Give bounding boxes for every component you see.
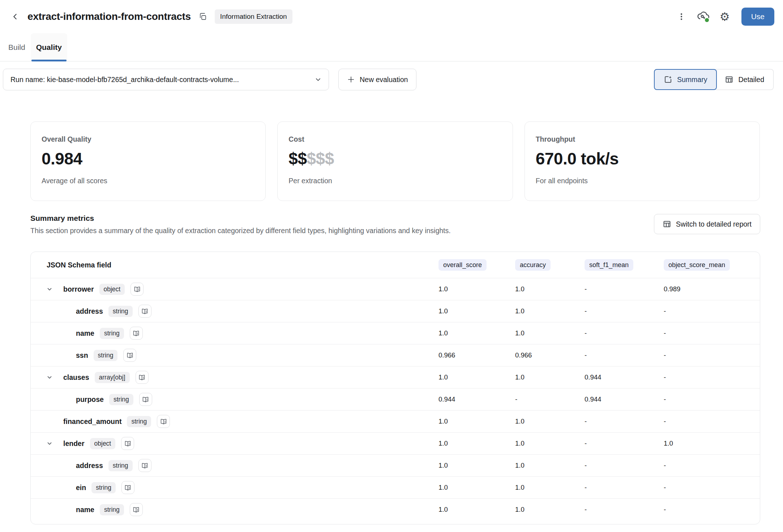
expand-row-button[interactable] [47, 441, 52, 446]
table-row: ssnstring0.9660.966-- [31, 344, 760, 366]
field-cell: borrowerobject [31, 283, 438, 296]
cost-dollars-muted: $$$ [307, 149, 334, 168]
table-row: addressstring1.01.0-- [31, 454, 760, 476]
table-row: lenderobject1.01.0-1.0 [31, 432, 760, 454]
metric-value: - [664, 462, 760, 469]
card-value: $$$$$ [288, 149, 501, 168]
field-cell: lenderobject [31, 437, 438, 450]
field-info-button[interactable] [157, 415, 170, 428]
switch-to-detailed-button[interactable]: Switch to detailed report [654, 214, 760, 234]
metric-value: 1.0 [515, 329, 585, 337]
chevron-down-icon [47, 441, 52, 446]
new-evaluation-button[interactable]: New evaluation [338, 69, 416, 90]
metric-value: 1.0 [438, 462, 515, 469]
chevron-down-icon [315, 76, 321, 83]
expand-row-button[interactable] [47, 286, 52, 292]
field-name: lender [63, 439, 85, 448]
field-info-button[interactable] [121, 437, 134, 450]
field-info-button[interactable] [139, 393, 152, 406]
book-info-icon [124, 484, 132, 492]
field-type-badge: string [108, 306, 133, 317]
metric-value: 1.0 [515, 462, 585, 469]
field-type-badge: string [109, 394, 133, 405]
toggle-summary[interactable]: Summary [654, 69, 717, 90]
expand-row-button[interactable] [47, 374, 52, 380]
field-info-button[interactable] [138, 305, 151, 318]
field-name: clauses [63, 373, 89, 382]
view-toggle: Summary Detailed [654, 69, 774, 90]
field-name: borrower [63, 285, 94, 293]
metric-value: - [664, 307, 760, 315]
metric-value: - [664, 351, 760, 359]
book-info-icon [124, 440, 132, 447]
kebab-menu-icon [677, 12, 686, 21]
card-label: Overall Quality [42, 135, 254, 143]
metric-value: - [585, 462, 664, 469]
card-subtext: Per extraction [288, 177, 501, 185]
tab-quality[interactable]: Quality [31, 33, 67, 61]
table-row: namestring1.01.0-- [31, 322, 760, 344]
field-info-button[interactable] [130, 283, 144, 296]
run-selector[interactable]: Run name: kie-base-model-bfb7265d_archik… [3, 69, 329, 90]
metric-value: - [585, 351, 664, 359]
metric-value: - [585, 307, 664, 315]
metric-value: - [664, 373, 760, 381]
tab-bar: Build Quality [0, 33, 783, 61]
metric-value: 1.0 [515, 439, 585, 447]
table-row: borrowerobject1.01.0-0.989 [31, 278, 760, 300]
copy-icon [198, 12, 207, 21]
metric-value: 1.0 [438, 329, 515, 337]
field-name: financed_amount [63, 417, 121, 426]
table-row: financed_amountstring1.01.0-- [31, 410, 760, 432]
toggle-detailed[interactable]: Detailed [716, 69, 774, 90]
book-info-icon [132, 506, 140, 514]
field-info-button[interactable] [138, 459, 151, 472]
use-button[interactable]: Use [741, 8, 774, 26]
metric-value: 0.944 [438, 395, 515, 403]
toolbar: Run name: kie-base-model-bfb7265d_archik… [0, 69, 783, 90]
metrics-table-rows: borrowerobject1.01.0-0.989addressstring1… [31, 278, 760, 520]
field-type-badge: array[obj] [95, 372, 130, 383]
settings-button[interactable]: ⚙ [717, 9, 733, 25]
card-label: Throughput [536, 135, 749, 143]
book-info-icon [160, 418, 167, 425]
book-info-icon [141, 308, 149, 315]
metric-value: 1.0 [515, 417, 585, 425]
switch-button-label: Switch to detailed report [676, 220, 752, 228]
category-badge: Information Extraction [215, 9, 292, 24]
field-name: address [76, 307, 103, 316]
metric-value: 0.944 [585, 373, 664, 381]
metric-value: - [585, 484, 664, 492]
summary-section-header: Summary metrics This section provides a … [30, 214, 760, 235]
field-info-button[interactable] [121, 481, 134, 494]
column-header-object-score-mean: object_score_mean [664, 259, 730, 271]
summary-sparkle-frame-icon [664, 75, 672, 84]
back-button[interactable] [9, 10, 22, 23]
section-description: This section provides a summary of the q… [30, 227, 451, 235]
field-info-button[interactable] [123, 349, 136, 362]
field-name: name [76, 329, 94, 338]
field-info-button[interactable] [136, 371, 149, 384]
card-value: 670.0 tok/s [536, 149, 749, 168]
field-cell: purposestring [31, 393, 438, 406]
metric-value: 1.0 [515, 285, 585, 293]
cloud-connection-button[interactable] [695, 9, 711, 25]
table-row: namestring1.01.0-- [31, 498, 760, 520]
metric-value: 1.0 [438, 439, 515, 447]
tab-build[interactable]: Build [3, 33, 31, 61]
table-header-row: JSON Schema field overall_score accuracy… [31, 252, 760, 278]
plus-icon [347, 76, 355, 83]
metrics-table: JSON Schema field overall_score accuracy… [30, 252, 760, 524]
field-info-button[interactable] [130, 327, 143, 340]
metric-value: - [664, 329, 760, 337]
kebab-menu-button[interactable] [673, 9, 689, 25]
book-info-icon [126, 352, 134, 359]
field-type-badge: string [94, 350, 118, 361]
field-type-badge: string [100, 328, 124, 339]
book-info-icon [138, 374, 146, 381]
field-info-button[interactable] [130, 503, 143, 516]
table-row: clausesarray[obj]1.01.00.944- [31, 366, 760, 388]
field-cell: ssnstring [31, 349, 438, 362]
field-cell: namestring [31, 327, 438, 340]
copy-title-button[interactable] [197, 10, 209, 23]
